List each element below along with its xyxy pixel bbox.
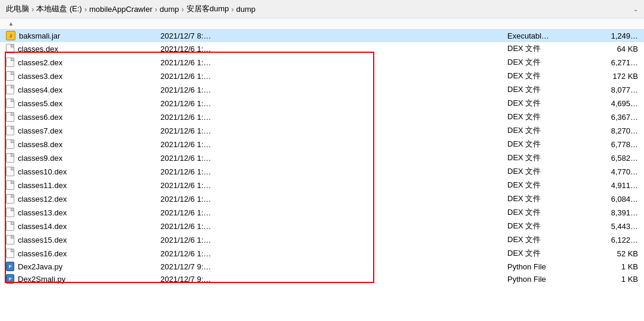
file-modified: 2021/12/6 1:… — [160, 236, 507, 244]
file-name-text: classes4.dex — [18, 85, 62, 94]
file-name-cell: classes10.dex — [6, 167, 160, 176]
file-name-text: classes.dex — [18, 45, 58, 53]
file-name-cell: classes12.dex — [6, 194, 160, 204]
table-row[interactable]: classes7.dex2021/12/6 1:…DEX 文件8,270… — [0, 124, 644, 138]
file-name-cell: classes13.dex — [6, 208, 160, 217]
table-row[interactable]: classes2.dex2021/12/6 1:…DEX 文件6,271… — [0, 56, 644, 69]
table-row[interactable]: PDex2Java.py2021/12/7 9:…Python File1 KB — [0, 260, 644, 273]
file-size: 4,695… — [579, 99, 638, 108]
file-type: Executabl… — [507, 31, 579, 40]
table-row[interactable]: classes12.dex2021/12/6 1:…DEX 文件6,084… — [0, 192, 644, 206]
breadcrumb-sep-5: › — [231, 5, 233, 14]
table-row[interactable]: classes.dex2021/12/6 1:…DEX 文件64 KB — [0, 42, 644, 56]
dex-icon — [6, 249, 14, 258]
table-row[interactable]: classes11.dex2021/12/6 1:…DEX 文件4,911… — [0, 179, 644, 192]
py-icon: P — [6, 262, 14, 271]
table-row[interactable]: classes8.dex2021/12/6 1:…DEX 文件6,778… — [0, 138, 644, 151]
file-size: 6,367… — [579, 113, 638, 122]
file-name-cell: classes4.dex — [6, 85, 160, 94]
file-name-cell: classes6.dex — [6, 112, 160, 122]
file-modified: 2021/12/6 1:… — [160, 222, 507, 231]
breadcrumb-sep-2: › — [84, 5, 87, 14]
col-header-type[interactable] — [507, 21, 579, 27]
file-modified: 2021/12/6 1:… — [160, 181, 507, 190]
table-row[interactable]: classes4.dex2021/12/6 1:…DEX 文件8,077… — [0, 83, 644, 97]
file-size: 64 KB — [579, 45, 638, 53]
table-row[interactable]: classes14.dex2021/12/6 1:…DEX 文件5,443… — [0, 220, 644, 233]
file-name-cell: classes2.dex — [6, 58, 160, 67]
file-type: DEX 文件 — [507, 166, 579, 177]
dex-icon — [6, 208, 14, 217]
file-size: 6,122… — [579, 236, 638, 244]
file-type: DEX 文件 — [507, 98, 579, 109]
file-type: DEX 文件 — [507, 180, 579, 190]
breadcrumb-sep-4: › — [181, 5, 184, 14]
breadcrumb-dump2[interactable]: dump — [236, 5, 256, 14]
file-modified: 2021/12/7 9:… — [160, 262, 507, 271]
col-header-size[interactable] — [579, 21, 638, 27]
dex-icon — [6, 180, 14, 190]
table-row[interactable]: Jbaksmali.jar2021/12/7 8:…Executabl…1,24… — [0, 30, 644, 42]
file-size: 6,778… — [579, 140, 638, 149]
file-modified: 2021/12/6 1:… — [160, 154, 507, 163]
file-type: DEX 文件 — [507, 139, 579, 150]
table-row[interactable]: classes10.dex2021/12/6 1:…DEX 文件4,770… — [0, 165, 644, 179]
column-headers: ▲ — [0, 18, 644, 30]
col-header-modified[interactable] — [160, 21, 507, 27]
dex-icon — [6, 98, 14, 108]
file-type: DEX 文件 — [507, 71, 579, 81]
dex-icon — [6, 58, 14, 67]
dex-icon — [6, 139, 14, 149]
file-name-text: classes7.dex — [18, 126, 62, 135]
table-row[interactable]: classes16.dex2021/12/6 1:…DEX 文件52 KB — [0, 247, 644, 260]
file-name-text: classes8.dex — [18, 140, 62, 149]
breadcrumb-mobileappcrawler[interactable]: mobileAppCrawler — [89, 5, 152, 14]
file-name-text: classes14.dex — [18, 222, 67, 231]
file-type: DEX 文件 — [507, 234, 579, 245]
table-row[interactable]: classes15.dex2021/12/6 1:…DEX 文件6,122… — [0, 233, 644, 247]
file-type: Python File — [507, 275, 579, 284]
file-type: DEX 文件 — [507, 84, 579, 95]
file-type: DEX 文件 — [507, 112, 579, 122]
breadcrumb-dump1[interactable]: dump — [160, 5, 179, 14]
file-name-cell: classes5.dex — [6, 98, 160, 108]
table-row[interactable]: classes5.dex2021/12/6 1:…DEX 文件4,695… — [0, 97, 644, 110]
breadcrumb-dropdown[interactable]: ⌄ — [633, 6, 638, 12]
file-type: DEX 文件 — [507, 57, 579, 68]
file-size: 1 KB — [579, 262, 638, 271]
file-type: DEX 文件 — [507, 221, 579, 231]
dex-icon — [6, 44, 14, 53]
file-modified: 2021/12/7 8:… — [160, 31, 507, 40]
table-row[interactable]: classes9.dex2021/12/6 1:…DEX 文件6,582… — [0, 151, 644, 165]
file-type: DEX 文件 — [507, 125, 579, 136]
table-row[interactable]: classes13.dex2021/12/6 1:…DEX 文件8,391… — [0, 206, 644, 220]
file-size: 5,443… — [579, 222, 638, 231]
dex-icon — [6, 235, 14, 244]
file-name-cell: classes14.dex — [6, 221, 160, 231]
py-icon: P — [6, 274, 14, 284]
breadcrumb-drive[interactable]: 本地磁盘 (E:) — [36, 4, 82, 14]
table-row[interactable]: PDex2Smali.py2021/12/7 9:…Python File1 K… — [0, 273, 644, 285]
jar-icon: J — [6, 31, 15, 40]
file-name-cell: PDex2Java.py — [6, 262, 160, 271]
file-type: DEX 文件 — [507, 193, 579, 204]
file-name-text: classes15.dex — [18, 236, 67, 244]
dex-icon — [6, 112, 14, 122]
table-row[interactable]: classes3.dex2021/12/6 1:…DEX 文件172 KB — [0, 69, 644, 83]
file-list: Jbaksmali.jar2021/12/7 8:…Executabl…1,24… — [0, 30, 644, 310]
file-size: 4,911… — [579, 181, 638, 190]
file-name-text: classes13.dex — [18, 208, 67, 217]
file-name-text: classes10.dex — [18, 167, 67, 176]
file-name-cell: classes8.dex — [6, 139, 160, 149]
breadcrumb-thispc[interactable]: 此电脑 — [6, 4, 29, 14]
file-modified: 2021/12/6 1:… — [160, 45, 507, 53]
col-header-name[interactable]: ▲ — [6, 21, 160, 27]
dex-icon — [6, 194, 14, 204]
file-size: 1,249… — [579, 31, 638, 40]
file-name-cell: classes11.dex — [6, 180, 160, 190]
file-name-text: Dex2Java.py — [18, 262, 62, 271]
breadcrumb-anjuke[interactable]: 安居客dump — [187, 4, 229, 14]
file-type: DEX 文件 — [507, 207, 579, 218]
table-row[interactable]: classes6.dex2021/12/6 1:…DEX 文件6,367… — [0, 110, 644, 124]
file-size: 52 KB — [579, 249, 638, 258]
